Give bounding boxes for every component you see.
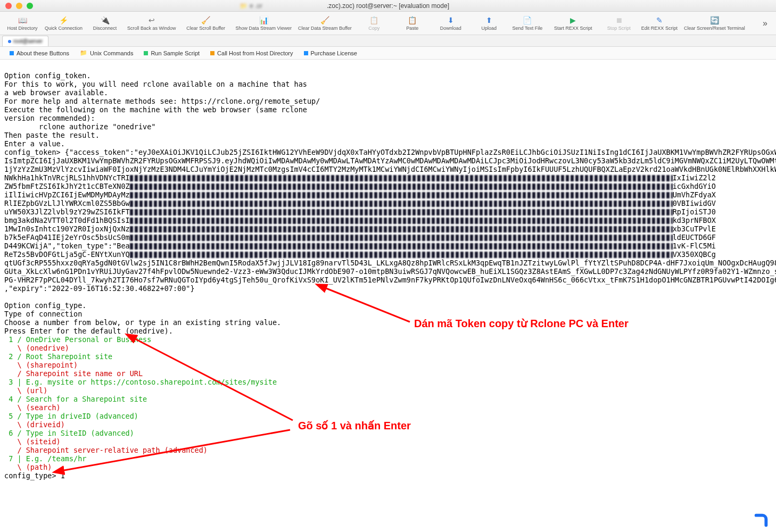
tab-strip: root@server xyxy=(0,35,776,47)
terminal-output[interactable]: Option config_token. For this to work, y… xyxy=(0,60,776,483)
clear-screen-reset-terminal-icon: 🔄 xyxy=(709,16,720,24)
toolbar-start-rexx-script[interactable]: ▶Start REXX Script xyxy=(547,12,600,35)
clear-data-stream-buffer-icon: 🧹 xyxy=(319,16,330,24)
toolbar-label: Paste xyxy=(406,26,418,31)
toolbar-stop-script: ⏹Stop Script xyxy=(600,12,638,35)
send-text-file-icon: 📄 xyxy=(522,16,533,24)
toolbar-label: Copy xyxy=(368,26,379,31)
toolbar-label: Start REXX Script xyxy=(554,26,592,31)
title-obscured: 📁 e .or xyxy=(240,2,262,10)
download-icon: ⬇ xyxy=(445,16,456,24)
clear-scroll-buffer-icon: 🧹 xyxy=(201,16,211,24)
toolbar-label: Clear Data Stream Buffer xyxy=(298,26,352,31)
stop-script-icon: ⏹ xyxy=(614,16,624,24)
upload-icon: ⬆ xyxy=(484,16,494,24)
edit-rexx-script-icon: ✎ xyxy=(654,16,665,24)
btnbar-run-sample-script[interactable]: Run Sample Script xyxy=(144,50,200,56)
btnbar-label: Run Sample Script xyxy=(151,50,200,56)
quick-connection-icon: ⚡ xyxy=(59,16,69,24)
paste-icon: 📋 xyxy=(407,16,418,24)
btnbar-unix-commands[interactable]: 📁Unix Commands xyxy=(80,49,133,56)
scroll-back-as-window-icon: ↩ xyxy=(146,16,157,24)
toolbar-label: Clear Screen/Reset Terminal xyxy=(684,26,745,31)
btnbar-call-host-from-host-directory[interactable]: Call Host from Host Directory xyxy=(210,50,293,56)
toolbar-label: Host Directory xyxy=(7,26,37,31)
window-titlebar: 📁 e .or .zoc).zoc) root@server:~ [evalua… xyxy=(0,0,776,12)
disconnect-icon: 🔌 xyxy=(100,16,110,24)
btnbar-label: Unix Commands xyxy=(90,50,133,56)
toolbar-disconnect[interactable]: 🔌Disconnect xyxy=(86,12,124,35)
main-toolbar: 📖Host Directory⚡Quick Connection🔌Disconn… xyxy=(0,12,776,35)
traffic-lights xyxy=(0,3,33,9)
toolbar-copy: 📋Copy xyxy=(355,12,393,35)
button-bar: About these Buttons📁Unix CommandsRun Sam… xyxy=(0,47,776,60)
toolbar-label: Stop Script xyxy=(607,26,631,31)
toolbar-upload[interactable]: ⬆Upload xyxy=(470,12,508,35)
toolbar-label: Edit REXX Script xyxy=(641,26,678,31)
toolbar-label: Send Text File xyxy=(512,26,542,31)
toolbar-label: Clear Scroll Buffer xyxy=(186,26,225,31)
btnbar-label: About these Buttons xyxy=(16,50,69,56)
minimize-icon[interactable] xyxy=(16,3,22,9)
window-title: .zoc).zoc) root@server:~ [evaluation mod… xyxy=(327,2,449,10)
toolbar-label: Disconnect xyxy=(93,26,117,31)
btnbar-label: Purchase License xyxy=(311,50,357,56)
toolbar-quick-connection[interactable]: ⚡Quick Connection xyxy=(42,12,86,35)
toolbar-label: Quick Connection xyxy=(45,26,82,31)
close-icon[interactable] xyxy=(5,3,12,9)
btnbar-purchase-license[interactable]: Purchase License xyxy=(304,50,357,56)
toolbar-download[interactable]: ⬇Download xyxy=(432,12,470,35)
toolbar-label: Show Data Stream Viewer xyxy=(236,26,292,31)
show-data-stream-viewer-icon: 📊 xyxy=(258,16,269,24)
toolbar-label: Download xyxy=(440,26,461,31)
btnbar-label: Call Host from Host Directory xyxy=(217,50,293,56)
btnbar-about-these-buttons[interactable]: About these Buttons xyxy=(10,50,69,56)
toolbar-scroll-back-as-window[interactable]: ↩Scroll Back as Window xyxy=(124,12,179,35)
host-directory-icon: 📖 xyxy=(17,16,28,24)
toolbar-overflow-icon[interactable]: » xyxy=(757,19,773,28)
tab-label: root@server xyxy=(13,38,43,44)
corner-logo-icon xyxy=(754,513,769,528)
toolbar-clear-screen-reset-terminal[interactable]: 🔄Clear Screen/Reset Terminal xyxy=(681,12,748,35)
toolbar-edit-rexx-script[interactable]: ✎Edit REXX Script xyxy=(638,12,681,35)
toolbar-host-directory[interactable]: 📖Host Directory xyxy=(3,12,42,35)
toolbar-clear-scroll-buffer[interactable]: 🧹Clear Scroll Buffer xyxy=(179,12,233,35)
toolbar-paste[interactable]: 📋Paste xyxy=(393,12,432,35)
toolbar-clear-data-stream-buffer[interactable]: 🧹Clear Data Stream Buffer xyxy=(295,12,355,35)
toolbar-show-data-stream-viewer[interactable]: 📊Show Data Stream Viewer xyxy=(233,12,295,35)
start-rexx-script-icon: ▶ xyxy=(568,16,579,24)
toolbar-label: Scroll Back as Window xyxy=(127,26,176,31)
toolbar-send-text-file[interactable]: 📄Send Text File xyxy=(508,12,547,35)
maximize-icon[interactable] xyxy=(27,3,33,9)
toolbar-label: Upload xyxy=(482,26,497,31)
copy-icon: 📋 xyxy=(369,16,379,24)
status-dot-icon xyxy=(8,40,11,43)
session-tab[interactable]: root@server xyxy=(2,36,48,46)
